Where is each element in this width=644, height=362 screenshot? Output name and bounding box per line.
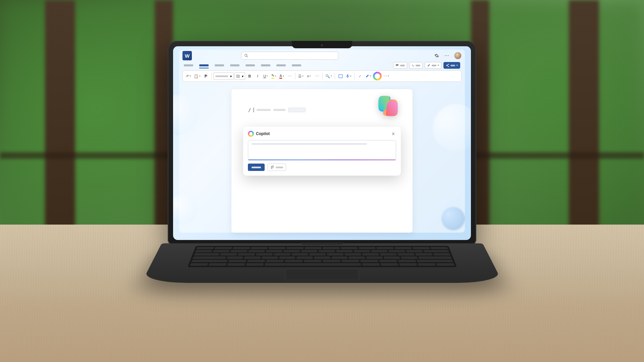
comments-button[interactable]: [393, 62, 407, 69]
italic-button[interactable]: I: [254, 72, 261, 80]
ribbon-tab[interactable]: [215, 64, 224, 66]
ribbon-tab[interactable]: [276, 64, 286, 66]
svg-rect-1: [347, 74, 348, 76]
separator: [354, 73, 355, 79]
ribbon-tab[interactable]: [292, 64, 301, 66]
placeholder-pill: [288, 108, 306, 112]
copilot-actions: [248, 164, 396, 171]
formatting-toolbar: ↶▾ 📋▾ ▾ 11▾ B I U▾ ✎▾ A▾ ⋯ ☰▾ ≡▾ ⋯: [182, 70, 462, 82]
ribbon-tab[interactable]: [184, 64, 193, 66]
laptop-screen: W ⋯: [173, 46, 471, 240]
ribbon-tab[interactable]: [246, 64, 255, 66]
trackpad: [284, 269, 359, 280]
laptop-lid: W ⋯: [168, 41, 476, 245]
editor-button[interactable]: ✓: [356, 72, 364, 80]
svg-rect-0: [338, 74, 342, 78]
undo-button[interactable]: ↶▾: [185, 72, 192, 80]
underline-button[interactable]: U▾: [262, 72, 269, 80]
more-icon[interactable]: ⋯: [444, 53, 449, 58]
copilot-logo-icon: [248, 131, 254, 137]
paste-button[interactable]: 📋▾: [193, 72, 202, 80]
generate-button[interactable]: [248, 164, 265, 171]
close-button[interactable]: ✕: [390, 131, 396, 137]
ribbon-tab[interactable]: [230, 64, 239, 66]
title-bar: W ⋯: [179, 50, 465, 62]
more-para-button[interactable]: ⋯: [313, 72, 321, 80]
align-button[interactable]: ≡▾: [305, 72, 313, 80]
hinge-notch: [300, 243, 344, 245]
bold-button[interactable]: B: [246, 72, 253, 80]
text-cursor: [254, 108, 254, 112]
document-canvas: / Copilot ✕: [179, 83, 465, 233]
laptop-base: [141, 243, 502, 283]
catchup-button[interactable]: ∿: [409, 62, 423, 69]
copilot-panel: Copilot ✕: [243, 127, 401, 176]
copilot-prompt-input[interactable]: [248, 140, 396, 160]
font-family-select[interactable]: ▾: [213, 72, 234, 80]
copilot-hero-icon: [374, 92, 402, 119]
slash-command-line[interactable]: /: [248, 107, 396, 113]
ribbon-tabs: ∿ ▾ ▾: [179, 62, 465, 69]
editing-button[interactable]: ▾: [425, 62, 441, 69]
ribbon-tab[interactable]: [261, 64, 270, 66]
placeholder-text: [257, 109, 271, 111]
designer-button[interactable]: ▾: [364, 72, 372, 80]
search-icon: [244, 54, 248, 58]
laptop: W ⋯: [168, 41, 476, 300]
copilot-title: Copilot: [256, 131, 270, 136]
font-color-button[interactable]: A▾: [278, 72, 285, 80]
font-size-select[interactable]: 11▾: [234, 72, 245, 80]
more-toolbar-button[interactable]: ⋯▾: [382, 72, 390, 80]
keyboard: [187, 246, 457, 267]
laptop-notch: [292, 41, 352, 48]
dictate-button[interactable]: ▾: [345, 72, 353, 80]
attach-icon: [270, 166, 274, 169]
copilot-panel-header: Copilot ✕: [248, 131, 396, 137]
reference-button[interactable]: [267, 164, 286, 171]
highlight-button[interactable]: ✎▾: [270, 72, 277, 80]
styles-button[interactable]: [337, 72, 344, 80]
word-logo-icon[interactable]: W: [182, 51, 192, 60]
search-input[interactable]: [241, 52, 338, 60]
share-button[interactable]: ▾: [443, 62, 460, 69]
placeholder-line: [252, 143, 367, 145]
copilot-toolbar-icon[interactable]: [373, 72, 382, 80]
more-font-button[interactable]: ⋯: [286, 72, 293, 80]
ribbon-tab-active[interactable]: [199, 64, 209, 66]
user-avatar[interactable]: [454, 52, 462, 59]
separator: [211, 73, 212, 79]
separator: [335, 73, 335, 79]
word-app-window: W ⋯: [179, 50, 465, 233]
bullets-button[interactable]: ☰▾: [297, 72, 305, 80]
slash-prompt: /: [248, 107, 251, 113]
separator: [322, 73, 323, 79]
settings-icon[interactable]: [434, 53, 439, 58]
format-painter-button[interactable]: [202, 72, 210, 80]
separator: [295, 73, 296, 79]
placeholder-text: [273, 109, 285, 111]
find-button[interactable]: 🔍▾: [324, 72, 333, 80]
